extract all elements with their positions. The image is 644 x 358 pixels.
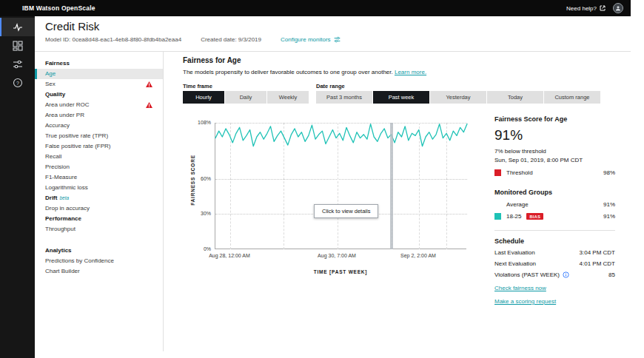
date-range-today[interactable]: Today bbox=[487, 91, 543, 104]
monitored-groups-section: Monitored Groups Average 91% 18-25 BIAS … bbox=[494, 189, 615, 220]
group-row-18-25: 18-25 BIAS 91% bbox=[494, 213, 615, 220]
activity-icon bbox=[13, 22, 23, 33]
y-tick: 30% bbox=[184, 211, 211, 216]
view-details-button[interactable]: Click to view details bbox=[314, 204, 378, 218]
nav-item-recall[interactable]: Recall bbox=[35, 152, 163, 162]
page-title: Credit Risk bbox=[45, 20, 631, 33]
nav-item-tpr[interactable]: True positive rate (TPR) bbox=[35, 131, 163, 141]
help-link[interactable]: Need help? bbox=[566, 5, 606, 12]
schedule-section: Schedule Last Evaluation 3:04 PM CDT Nex… bbox=[494, 230, 615, 305]
date-range-past-week[interactable]: Past week bbox=[373, 91, 429, 104]
nav-item-f1-measure[interactable]: F1-Measure bbox=[35, 172, 163, 183]
nav-item-logarithmic-loss[interactable]: Logarithmic loss bbox=[35, 183, 163, 193]
nav-item-accuracy[interactable]: Accuracy bbox=[35, 121, 163, 131]
help-label: Need help? bbox=[566, 5, 597, 12]
nav-item-throughput[interactable]: Throughput bbox=[35, 224, 163, 234]
score-section-title: Fairness Score for Age bbox=[494, 115, 615, 123]
left-icon-rail: ? bbox=[0, 16, 35, 358]
make-scoring-request-link[interactable]: Make a scoring request bbox=[494, 298, 615, 305]
time-frame-label: Time frame bbox=[183, 83, 212, 90]
threshold-row: Threshold 98% bbox=[494, 169, 615, 176]
user-icon bbox=[615, 5, 621, 11]
nav-section-analytics: Analytics bbox=[35, 246, 163, 256]
created-date: Created date: 9/3/2019 bbox=[201, 36, 261, 43]
model-id: Model ID: 0cea8d48-eac1-4eb8-8f80-8fdb4b… bbox=[45, 36, 181, 43]
date-range-yesterday[interactable]: Yesterday bbox=[430, 91, 486, 104]
time-frame-switch: Hourly Daily Weekly bbox=[183, 91, 309, 104]
section-description: The models propensity to deliver favorab… bbox=[183, 69, 597, 75]
schedule-title: Schedule bbox=[494, 237, 615, 245]
dashboard-icon bbox=[13, 41, 23, 51]
rail-item-support[interactable]: ? bbox=[0, 73, 35, 92]
launch-icon bbox=[600, 5, 606, 11]
y-tick: 0% bbox=[184, 246, 211, 251]
app-brand: IBM Watson OpenScale bbox=[22, 4, 95, 12]
svg-text:?: ? bbox=[16, 80, 19, 85]
settings-adjust-icon bbox=[13, 59, 23, 70]
info-icon[interactable] bbox=[563, 271, 569, 278]
rail-item-configuration[interactable] bbox=[0, 55, 35, 73]
rail-item-dashboard[interactable] bbox=[0, 36, 35, 55]
nav-item-age[interactable]: Age bbox=[35, 69, 163, 79]
page-header: Credit Risk Model ID: 0cea8d48-eac1-4eb8… bbox=[35, 16, 631, 52]
settings-adjust-icon bbox=[334, 36, 341, 43]
beta-badge: beta bbox=[59, 195, 69, 200]
nav-section-drift: Driftbeta bbox=[35, 193, 163, 203]
nav-item-drop-in-accuracy[interactable]: Drop in accuracy bbox=[35, 203, 163, 214]
avatar[interactable] bbox=[613, 3, 623, 13]
fairness-info-panel: Fairness Score for Age 91% 7% below thre… bbox=[494, 115, 615, 305]
schedule-row-next-evaluation: Next Evaluation 4:01 PM CDT bbox=[494, 260, 615, 267]
warning-icon bbox=[146, 102, 152, 108]
threshold-delta: 7% below threshold bbox=[494, 148, 615, 155]
date-range-switch: Past 3 months Past week Yesterday Today … bbox=[316, 91, 600, 104]
group-color-swatch bbox=[494, 213, 501, 220]
warning-icon bbox=[146, 81, 152, 87]
monitored-groups-title: Monitored Groups bbox=[494, 189, 615, 196]
monitor-nav: Fairness Age Sex Quality Area under ROC … bbox=[35, 52, 164, 351]
date-range-custom[interactable]: Custom range bbox=[544, 91, 600, 104]
nav-item-fpr[interactable]: False positive rate (FPR) bbox=[35, 141, 163, 152]
topbar-actions: Need help? bbox=[566, 3, 623, 13]
rail-item-insights[interactable] bbox=[0, 18, 35, 36]
nav-section-fairness: Fairness bbox=[35, 58, 163, 69]
nav-section-quality: Quality bbox=[35, 90, 163, 100]
time-frame-daily[interactable]: Daily bbox=[225, 91, 266, 104]
section-title: Fairness for Age bbox=[183, 56, 241, 64]
nav-item-predictions-by-confidence[interactable]: Predictions by Confidence bbox=[35, 256, 163, 266]
group-row-average: Average 91% bbox=[494, 201, 615, 208]
configure-monitors-link[interactable]: Configure monitors bbox=[281, 36, 341, 43]
nav-section-performance: Performance bbox=[35, 214, 163, 224]
fairness-score: 91% bbox=[494, 127, 615, 143]
learn-more-link[interactable]: Learn more. bbox=[395, 69, 426, 75]
threshold-color-swatch bbox=[494, 169, 501, 176]
score-timestamp: Sun, Sep 01, 2019, 8:00 PM CDT bbox=[494, 157, 615, 163]
y-tick: 108% bbox=[184, 120, 211, 125]
top-bar: IBM Watson OpenScale Need help? bbox=[0, 0, 631, 16]
fairness-chart: FAIRNESS SCORE 108% 60% 30% 0% Click to … bbox=[183, 112, 494, 284]
nav-item-area-under-pr[interactable]: Area under PR bbox=[35, 110, 163, 121]
openscale-app: IBM Watson OpenScale Need help? bbox=[0, 0, 644, 358]
nav-item-precision[interactable]: Precision bbox=[35, 162, 163, 172]
fairness-line-chart bbox=[215, 123, 467, 249]
nav-item-area-under-roc[interactable]: Area under ROC bbox=[35, 100, 163, 110]
date-range-label: Date range bbox=[316, 83, 345, 90]
x-axis-title: TIME [PAST WEEK] bbox=[215, 269, 466, 274]
date-range-past-3-months[interactable]: Past 3 months bbox=[316, 91, 372, 104]
bias-badge[interactable]: BIAS bbox=[526, 213, 543, 220]
model-meta: Model ID: 0cea8d48-eac1-4eb8-8f80-8fdb4b… bbox=[45, 36, 631, 43]
nav-item-sex[interactable]: Sex bbox=[35, 79, 163, 90]
time-frame-hourly[interactable]: Hourly bbox=[183, 91, 224, 104]
chart-cursor[interactable] bbox=[390, 123, 393, 249]
time-frame-weekly[interactable]: Weekly bbox=[267, 91, 309, 104]
chart-plot-area[interactable] bbox=[215, 123, 466, 249]
help-icon: ? bbox=[13, 78, 23, 88]
panel-links: Check fairness now Make a scoring reques… bbox=[494, 285, 615, 305]
y-tick: 60% bbox=[184, 176, 211, 181]
x-tick: Sep 2, 2:00 AM bbox=[400, 253, 436, 258]
schedule-row-violations: Violations (PAST WEEK) 85 bbox=[494, 271, 615, 278]
x-tick: Aug 30, 7:00 AM bbox=[318, 253, 356, 258]
fairness-line-path bbox=[215, 124, 467, 146]
check-fairness-now-link[interactable]: Check fairness now bbox=[494, 285, 615, 291]
x-tick: Aug 28, 12:00 AM bbox=[209, 253, 250, 258]
nav-item-chart-builder[interactable]: Chart Builder bbox=[35, 266, 163, 277]
